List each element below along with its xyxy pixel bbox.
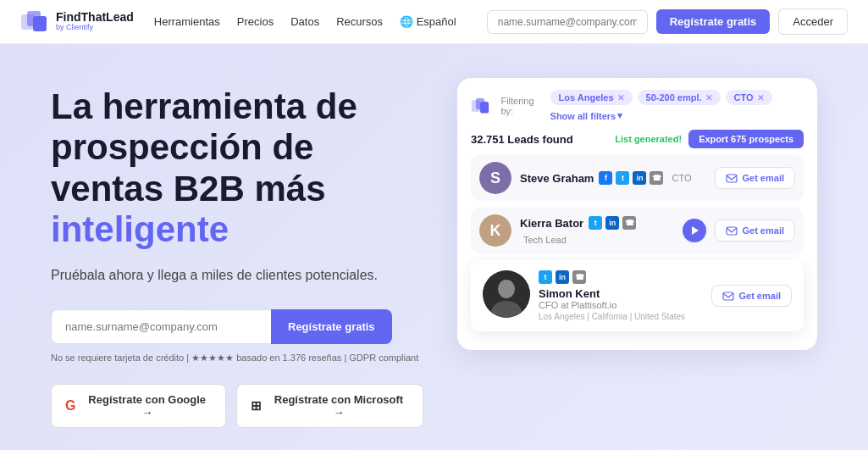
linkedin-icon[interactable]: in [556, 270, 569, 284]
export-button[interactable]: Export 675 prospects [688, 130, 804, 148]
hero-right: Filtering by: Los Angeles ✕ 50-200 empl.… [457, 78, 817, 350]
hero-title: La herramienta de prospección de ventas … [51, 86, 423, 250]
navbar: FindThatLead by Clientify Herramientas P… [0, 0, 868, 44]
google-register-button[interactable]: G Regístrate con Google → [51, 384, 226, 428]
avatar [483, 270, 530, 318]
nav-links: Herramientas Precios Datos Recursos 🌐 Es… [154, 15, 467, 28]
social-icons: f t in ☎ [599, 171, 663, 185]
filter-tags: Los Angeles ✕ 50-200 empl. ✕ CTO ✕ Show … [550, 90, 804, 121]
social-buttons: G Regístrate con Google → ⊞ Regístrate c… [51, 384, 423, 428]
lead-name-row: t in ☎ [539, 270, 703, 284]
svg-rect-7 [727, 227, 737, 235]
avatar: K [479, 214, 511, 247]
hero-left: La herramienta de prospección de ventas … [51, 78, 423, 428]
microsoft-icon: ⊞ [251, 398, 262, 414]
avatar-image [483, 270, 530, 318]
filter-tag-city-label: Los Angeles [559, 92, 614, 103]
nav-precios[interactable]: Precios [237, 15, 274, 28]
svg-rect-5 [480, 101, 489, 113]
logo-name: FindThatLead [56, 11, 134, 24]
hero-input-row: Regístrate gratis [51, 309, 423, 344]
filter-tag-size-label: 50-200 empl. [646, 92, 702, 103]
nav-herramientas[interactable]: Herramientas [154, 15, 220, 28]
nav-login-button[interactable]: Acceder [778, 8, 848, 35]
social-icons: t in ☎ [539, 270, 586, 284]
lead-info: Steve Graham f t in ☎ CTO [520, 171, 706, 185]
hero-email-input[interactable] [51, 309, 271, 344]
nav-recursos[interactable]: Recursos [336, 15, 383, 28]
linkedin-icon[interactable]: in [605, 216, 619, 230]
nav-register-button[interactable]: Regístrate gratis [656, 9, 771, 34]
lead-title: Tech Lead [523, 235, 567, 245]
lead-name-row: Steve Graham f t in ☎ CTO [520, 171, 706, 185]
lead-name: Steve Graham [520, 172, 594, 185]
get-email-button[interactable]: Get email [715, 219, 795, 242]
chevron-down-icon: ▾ [617, 110, 622, 121]
nav-email-input[interactable] [487, 10, 648, 34]
avatar: S [479, 162, 511, 194]
hero-section: La herramienta de prospección de ventas … [0, 44, 868, 450]
lead-info: Kierra Bator t in ☎ Tech Lead [520, 216, 674, 245]
social-icons: t in ☎ [589, 216, 636, 230]
get-email-button[interactable]: Get email [711, 285, 792, 307]
lead-location: Los Angeles | California | United States [539, 312, 703, 321]
google-icon: G [65, 398, 75, 414]
facebook-icon[interactable]: f [599, 171, 612, 185]
twitter-icon[interactable]: t [616, 171, 629, 185]
svg-rect-6 [727, 175, 737, 182]
envelope-icon [726, 172, 738, 184]
lead-expanded-info: t in ☎ Simon Kent CFO at Plattisoft.io L… [539, 270, 703, 321]
logo-sub: by Clientify [56, 24, 134, 32]
card-actions: List generated! Export 675 prospects [615, 130, 804, 148]
filter-tag-city[interactable]: Los Angeles ✕ [550, 90, 633, 105]
show-all-label: Show all filters [550, 111, 616, 121]
nav-language[interactable]: 🌐 Español [400, 15, 456, 28]
filter-tag-city-remove[interactable]: ✕ [617, 93, 624, 103]
linkedin-icon[interactable]: in [633, 171, 646, 185]
get-email-button[interactable]: Get email [715, 167, 795, 189]
lead-name: Kierra Bator [520, 217, 583, 230]
hero-meta-text: No se requiere tarjeta de crédito | ★★★★… [51, 353, 418, 364]
microsoft-register-button[interactable]: ⊞ Regístrate con Microsoft → [236, 384, 423, 428]
search-card: Filtering by: Los Angeles ✕ 50-200 empl.… [457, 78, 817, 350]
leads-count: 32.751 Leads found [471, 133, 573, 146]
card-stats: 32.751 Leads found List generated! Expor… [471, 130, 804, 148]
lead-name: Simon Kent [539, 287, 703, 300]
lead-row: K Kierra Bator t in ☎ Tech Lead [471, 208, 804, 253]
card-header: Filtering by: Los Angeles ✕ 50-200 empl.… [471, 90, 804, 121]
hero-register-button[interactable]: Regístrate gratis [271, 309, 392, 344]
filtering-label: Filtering by: [500, 96, 541, 116]
filter-tag-role-label: CTO [734, 92, 754, 103]
twitter-icon[interactable]: t [589, 216, 602, 230]
filter-tag-role[interactable]: CTO ✕ [726, 90, 772, 105]
envelope-icon [722, 290, 734, 302]
svg-rect-2 [33, 16, 47, 31]
nav-datos[interactable]: Datos [290, 15, 319, 28]
lead-row-expanded: t in ☎ Simon Kent CFO at Plattisoft.io L… [471, 260, 804, 331]
hero-subtitle: Pruébala ahora y llega a miles de client… [51, 265, 423, 286]
phone-icon[interactable]: ☎ [572, 270, 586, 284]
lead-title: CTO [672, 173, 691, 183]
card-logo [471, 96, 492, 116]
svg-point-9 [498, 280, 515, 298]
twitter-icon[interactable]: t [539, 270, 552, 284]
phone-icon[interactable]: ☎ [622, 216, 636, 230]
lead-name-row: Kierra Bator t in ☎ Tech Lead [520, 216, 674, 245]
lead-subtitle: CFO at Plattisoft.io [539, 300, 703, 310]
filter-tag-size[interactable]: 50-200 empl. ✕ [638, 90, 721, 105]
lead-row: S Steve Graham f t in ☎ CTO [471, 155, 804, 201]
logo[interactable]: FindThatLead by Clientify [20, 10, 134, 34]
list-generated-badge: List generated! [615, 134, 682, 144]
phone-icon[interactable]: ☎ [650, 171, 663, 185]
show-all-filters-button[interactable]: Show all filters ▾ [550, 110, 623, 121]
svg-rect-11 [723, 292, 733, 300]
play-button[interactable] [683, 219, 706, 242]
hero-meta: No se requiere tarjeta de crédito | ★★★★… [51, 353, 423, 364]
filter-tag-role-remove[interactable]: ✕ [757, 93, 764, 103]
filter-tag-size-remove[interactable]: ✕ [705, 93, 712, 103]
envelope-icon [726, 225, 738, 236]
nav-right: Regístrate gratis Acceder [487, 8, 848, 35]
